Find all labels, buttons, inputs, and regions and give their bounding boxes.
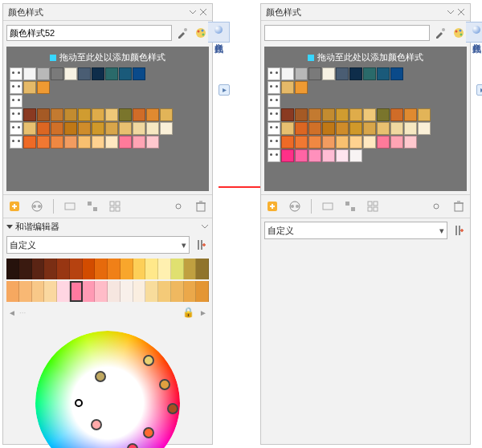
harmony-cell[interactable] — [196, 281, 209, 302]
swatch-cell[interactable] — [23, 136, 36, 149]
harmony-cell[interactable] — [83, 259, 96, 279]
harmony-cell[interactable] — [145, 281, 158, 302]
swatch-cell[interactable] — [23, 108, 36, 121]
swatch-cell[interactable] — [308, 67, 321, 80]
swatch-cell[interactable] — [37, 122, 50, 135]
add-preset-icon[interactable] — [193, 237, 209, 253]
swatch-cell[interactable] — [295, 136, 308, 149]
swatch-cell[interactable] — [78, 122, 91, 135]
swatch-cell[interactable] — [37, 67, 50, 80]
swatch-cell[interactable] — [119, 67, 132, 80]
swatch-cell[interactable] — [281, 122, 294, 135]
swatch-cell[interactable] — [418, 108, 431, 121]
swatch-cell[interactable] — [92, 122, 104, 135]
add-preset-icon[interactable] — [451, 222, 467, 238]
swatch-cell[interactable] — [336, 136, 349, 149]
harmony-cell[interactable] — [95, 259, 108, 279]
harmony-preset-combo[interactable]: 自定义▾ — [6, 236, 190, 254]
swatch-cell[interactable] — [37, 108, 50, 121]
close-icon[interactable] — [199, 8, 207, 16]
swatch-cell[interactable] — [268, 136, 280, 149]
eyedropper-icon[interactable] — [432, 25, 448, 41]
palette-icon[interactable] — [193, 25, 209, 41]
swatch-cell[interactable] — [390, 122, 403, 135]
swatch-cell[interactable] — [281, 81, 294, 94]
swatch-cell[interactable] — [146, 108, 159, 121]
harmony-cell[interactable] — [171, 281, 184, 302]
harmony-cell[interactable] — [171, 259, 184, 279]
harmony-cell[interactable] — [158, 281, 171, 302]
swatch-cell[interactable] — [133, 67, 145, 80]
swatch-cell[interactable] — [295, 67, 308, 80]
swatch-area[interactable]: 拖动至此处以添加颜色样式 — [6, 47, 209, 191]
swatch-cell[interactable] — [160, 108, 173, 121]
swatch-cell[interactable] — [322, 149, 335, 162]
swatch-cell[interactable] — [377, 136, 390, 149]
collapse-icon[interactable] — [189, 8, 197, 16]
swatch-cell[interactable] — [78, 136, 91, 149]
swatch-cell[interactable] — [404, 122, 417, 135]
swatch-cell[interactable] — [349, 122, 362, 135]
swatch-cell[interactable] — [336, 122, 349, 135]
harmony-cell[interactable] — [196, 259, 209, 279]
swatch-cell[interactable] — [64, 67, 77, 80]
swatch-cell[interactable] — [281, 136, 294, 149]
swatch-cell[interactable] — [105, 136, 118, 149]
harmony-cell[interactable] — [83, 281, 96, 302]
delete-icon[interactable] — [193, 198, 209, 214]
swatch-cell[interactable] — [418, 122, 431, 135]
harmony-cell[interactable] — [133, 259, 146, 279]
swatch-cell[interactable] — [322, 108, 335, 121]
swatch-cell[interactable] — [404, 108, 417, 121]
harmony-cell[interactable] — [44, 281, 57, 302]
swatch-cell[interactable] — [363, 122, 376, 135]
swatch-cell[interactable] — [281, 108, 294, 121]
swatch-cell[interactable] — [23, 67, 36, 80]
swatch-cell[interactable] — [133, 108, 145, 121]
swatch-cell[interactable] — [390, 108, 403, 121]
harmony-cell[interactable] — [184, 259, 197, 279]
swatch-cell[interactable] — [322, 67, 335, 80]
swatch-area[interactable]: 拖动至此处以添加颜色样式 — [264, 47, 467, 191]
swatch-cell[interactable] — [390, 136, 403, 149]
swatch-cell[interactable] — [363, 67, 376, 80]
swatch-cell[interactable] — [268, 67, 280, 80]
side-expand-button[interactable]: ▸ — [476, 84, 482, 96]
style-name-input[interactable] — [264, 25, 430, 41]
tool-c-icon[interactable] — [365, 198, 381, 214]
tool-b-icon[interactable] — [84, 198, 100, 214]
harmony-preset-combo[interactable]: 自定义▾ — [264, 222, 447, 239]
swatch-cell[interactable] — [105, 122, 118, 135]
swatch-cell[interactable] — [10, 95, 22, 108]
harmony-cell[interactable] — [184, 281, 197, 302]
link-icon[interactable] — [428, 198, 444, 214]
swatch-cell[interactable] — [23, 122, 36, 135]
swatch-cell[interactable] — [336, 149, 349, 162]
collapse-icon[interactable] — [447, 8, 455, 16]
swatch-cell[interactable] — [119, 136, 132, 149]
harmony-cell[interactable] — [6, 281, 19, 302]
swatch-cell[interactable] — [64, 136, 77, 149]
swatch-cell[interactable] — [390, 67, 403, 80]
lock-icon[interactable]: 🔒 — [182, 307, 194, 318]
swatch-cell[interactable] — [37, 136, 50, 149]
swatch-cell[interactable] — [322, 122, 335, 135]
harmony-cell[interactable] — [44, 259, 57, 279]
prev-icon[interactable]: ◄ — [8, 308, 16, 317]
swatch-cell[interactable] — [349, 108, 362, 121]
harmony-cell[interactable] — [32, 259, 45, 279]
harmony-cell[interactable] — [70, 259, 83, 279]
harmony-strip[interactable] — [6, 259, 209, 302]
swatch-cell[interactable] — [119, 108, 132, 121]
swatch-cell[interactable] — [349, 136, 362, 149]
color-wheel[interactable] — [6, 323, 209, 448]
swatch-cell[interactable] — [295, 122, 308, 135]
harmony-cell[interactable] — [120, 259, 133, 279]
swatch-cell[interactable] — [133, 136, 145, 149]
swatch-cell[interactable] — [268, 95, 280, 108]
swatch-cell[interactable] — [336, 67, 349, 80]
harmony-cell[interactable] — [57, 281, 70, 302]
harmony-cell[interactable] — [133, 281, 146, 302]
new-harmony-icon[interactable] — [287, 198, 303, 214]
tool-a-icon[interactable] — [62, 198, 78, 214]
